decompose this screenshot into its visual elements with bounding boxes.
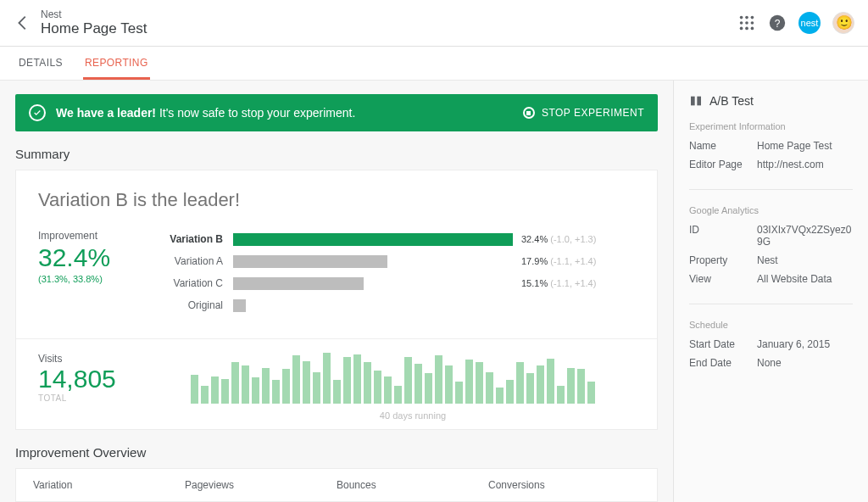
ga-title: Google Analytics bbox=[689, 205, 853, 215]
spark-bar bbox=[191, 375, 198, 404]
user-avatar[interactable] bbox=[832, 12, 854, 34]
main: We have a leader! It's now safe to stop … bbox=[0, 80, 868, 502]
exp-name-row: NameHome Page Test bbox=[689, 140, 853, 152]
spark-bar bbox=[262, 368, 270, 404]
banner-text: We have a leader! It's now safe to stop … bbox=[56, 106, 355, 120]
variation-bar-row: Original bbox=[165, 296, 635, 315]
breadcrumb: Nest bbox=[41, 8, 147, 20]
spark-bar bbox=[567, 368, 575, 404]
right-sidebar: A/B Test Experiment Information NameHome… bbox=[673, 81, 868, 502]
spark-bar bbox=[282, 369, 290, 404]
ga-view-row: ViewAll Website Data bbox=[689, 273, 853, 285]
spark-bar bbox=[343, 357, 351, 404]
left-column: We have a leader! It's now safe to stop … bbox=[0, 81, 673, 502]
ga-prop-val: Nest bbox=[757, 254, 853, 266]
svg-point-4 bbox=[745, 21, 748, 25]
editor-val[interactable]: http://nest.com bbox=[757, 159, 853, 170]
bar-meta: 17.9% (-1.1, +1.4) bbox=[521, 256, 596, 266]
spark-bar bbox=[516, 362, 524, 404]
top-right: ? nest bbox=[737, 12, 854, 34]
ga-id-val: 03IXIx7VQx2ZSyez09G bbox=[757, 224, 853, 248]
apps-grid-icon[interactable] bbox=[737, 14, 756, 32]
top-bar: Nest Home Page Test ? nest bbox=[0, 0, 868, 47]
summary-heading: Summary bbox=[15, 147, 658, 161]
spark-bar bbox=[506, 380, 514, 404]
ga-id-row: ID03IXIx7VQx2ZSyez09G bbox=[689, 224, 853, 248]
spark-bar bbox=[303, 361, 310, 404]
svg-text:?: ? bbox=[775, 18, 781, 30]
schedule-section: Schedule Start DateJanuary 6, 2015 End D… bbox=[689, 320, 853, 388]
summary-card: Variation B is the leader! Improvement 3… bbox=[15, 170, 658, 430]
spark-bar bbox=[374, 371, 381, 404]
svg-point-6 bbox=[740, 27, 743, 31]
improvement-row: Improvement 32.4% (31.3%, 33.8%) Variati… bbox=[38, 230, 635, 318]
spark-bar bbox=[476, 362, 483, 404]
account-brand-icon[interactable]: nest bbox=[798, 12, 821, 34]
spark-bar bbox=[486, 372, 493, 404]
ga-view-val: All Website Data bbox=[757, 273, 853, 285]
improvement-percent: 32.4% bbox=[38, 245, 140, 271]
editor-key: Editor Page bbox=[689, 159, 757, 170]
visits-label: Visits bbox=[38, 353, 157, 365]
days-running: 40 days running bbox=[191, 410, 635, 421]
spark-bar bbox=[526, 373, 534, 404]
bar-meta: 32.4% (-1.0, +1.3) bbox=[521, 234, 596, 244]
exp-info-section: Experiment Information NameHome Page Tes… bbox=[689, 121, 853, 190]
end-val: None bbox=[757, 357, 853, 369]
spark-bar bbox=[333, 380, 341, 404]
ga-view-key: View bbox=[689, 273, 757, 285]
overview-col-pageviews: Pageviews bbox=[185, 479, 337, 491]
spark-bar bbox=[252, 377, 259, 404]
improvement-ci: (31.3%, 33.8%) bbox=[38, 274, 140, 284]
sidebar-heading-text: A/B Test bbox=[709, 94, 754, 108]
exp-name-key: Name bbox=[689, 140, 757, 152]
start-date-row: Start DateJanuary 6, 2015 bbox=[689, 338, 853, 350]
start-key: Start Date bbox=[689, 338, 757, 350]
bar-track bbox=[233, 277, 513, 290]
spark-bar bbox=[577, 369, 585, 404]
spark-bar bbox=[496, 388, 504, 404]
schedule-title: Schedule bbox=[689, 320, 853, 330]
stop-experiment-button[interactable]: STOP EXPERIMENT bbox=[523, 107, 644, 119]
ab-test-icon bbox=[689, 94, 703, 108]
tab-reporting[interactable]: REPORTING bbox=[83, 47, 150, 80]
bar-track bbox=[233, 299, 513, 312]
visits-value: 14,805 bbox=[38, 366, 157, 392]
visits-sparkline bbox=[191, 353, 635, 404]
spark-bar bbox=[292, 355, 300, 404]
spark-bar bbox=[242, 365, 249, 404]
svg-point-2 bbox=[751, 16, 754, 20]
spark-bar bbox=[272, 380, 280, 404]
help-icon[interactable]: ? bbox=[768, 14, 787, 32]
spark-bar bbox=[465, 360, 473, 404]
ga-id-key: ID bbox=[689, 224, 757, 248]
overview-header-row: Variation Pageviews Bounces Conversions bbox=[15, 468, 658, 502]
overview-col-variation: Variation bbox=[33, 479, 185, 491]
bar-fill bbox=[233, 255, 387, 268]
visits-block: Visits 14,805 TOTAL bbox=[38, 353, 157, 403]
tab-details[interactable]: DETAILS bbox=[17, 47, 64, 80]
back-arrow-icon[interactable] bbox=[14, 14, 32, 32]
spark-bar bbox=[415, 364, 422, 404]
spark-bar bbox=[404, 357, 412, 404]
bar-track bbox=[233, 255, 513, 268]
spark-bar bbox=[587, 382, 595, 404]
exp-name-val: Home Page Test bbox=[757, 140, 853, 152]
spark-bar bbox=[353, 354, 361, 404]
sidebar-heading: A/B Test bbox=[689, 94, 853, 108]
svg-point-7 bbox=[745, 27, 748, 31]
improvement-label: Improvement bbox=[38, 230, 140, 242]
variation-label: Variation B bbox=[165, 233, 233, 245]
ga-prop-row: PropertyNest bbox=[689, 254, 853, 266]
start-val: January 6, 2015 bbox=[757, 338, 853, 350]
bar-track bbox=[233, 233, 513, 246]
stop-icon bbox=[523, 107, 535, 119]
spark-bar bbox=[394, 386, 402, 404]
title-block: Nest Home Page Test bbox=[41, 8, 147, 37]
spark-bar bbox=[323, 353, 331, 404]
improvement-block: Improvement 32.4% (31.3%, 33.8%) bbox=[38, 230, 140, 318]
overview-col-conversions: Conversions bbox=[488, 479, 640, 491]
variation-label: Variation C bbox=[165, 277, 233, 289]
variation-label: Original bbox=[165, 299, 233, 311]
svg-rect-12 bbox=[697, 97, 701, 106]
